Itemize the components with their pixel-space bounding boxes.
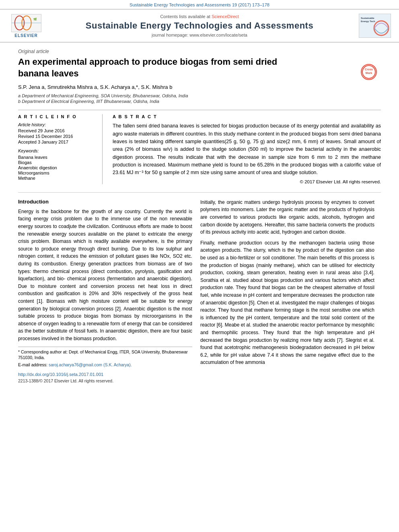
revised-date: Revised 15 December 2016	[18, 134, 96, 139]
authors: S.P. Jena a, Smrutirekha Mishra a, S.K. …	[18, 84, 381, 90]
article-info-column: A R T I C L E I N F O Article history: R…	[18, 114, 103, 184]
article-info-heading: A R T I C L E I N F O	[18, 114, 96, 119]
intro-para-1: Energy is the backbone for the growth of…	[18, 208, 192, 343]
affiliation-1: a Department of Mechanical Engineering, …	[18, 93, 381, 98]
svg-text:Sustainable: Sustainable	[361, 17, 374, 19]
right-para-2: Finally, methane production occurs by th…	[200, 239, 374, 366]
svg-text:Cross: Cross	[365, 68, 373, 71]
affiliation-2: b Department of Electrical Engineering, …	[18, 99, 381, 104]
journal-logo-image: Sustainable Energy Tech	[359, 14, 391, 38]
right-para-1: Initially, the organic matters undergo h…	[200, 199, 374, 236]
introduction-heading: Introduction	[18, 199, 192, 205]
copyright-line: © 2017 Elsevier Ltd. All rights reserved…	[113, 179, 381, 184]
doi-section: http://dx.doi.org/10.1016/j.seta.2017.01…	[18, 372, 192, 384]
abstract-column: A B S T R A C T The fallen semi dried ba…	[111, 114, 381, 184]
abstract-heading: A B S T R A C T	[113, 114, 381, 119]
email-footnote: E-mail address: saroj.acharya76@gmail.co…	[18, 362, 192, 368]
keyword-3: Anaerobic digestion	[18, 165, 96, 170]
page: Sustainable Energy Technologies and Asse…	[0, 0, 399, 532]
journal-ref-bar: Sustainable Energy Technologies and Asse…	[0, 0, 399, 9]
article-info-section: A R T I C L E I N F O Article history: R…	[18, 110, 381, 184]
journal-reference: Sustainable Energy Technologies and Asse…	[130, 2, 269, 7]
svg-text:Energy Tech: Energy Tech	[361, 20, 375, 23]
keywords-section: Keywords: Banana leaves Biogas Anaerobic…	[18, 148, 96, 181]
body-left-column: Introduction Energy is the backbone for …	[18, 199, 192, 384]
journal-title: Sustainable Energy Technologies and Asse…	[54, 21, 345, 31]
email-label: E-mail address:	[18, 362, 47, 367]
abstract-text: The fallen semi dried banana leaves is s…	[113, 122, 381, 177]
article-title: An experimental approach to produce biog…	[18, 56, 300, 79]
right-logo-area: Sustainable Energy Tech	[355, 14, 391, 38]
header-section: 🌿 ELSEVIER Contents lists available at S…	[0, 9, 399, 43]
sciencedirect-text: ScienceDirect	[212, 14, 239, 19]
svg-text:🌿: 🌿	[33, 17, 37, 21]
issn-text: 2213-1388/© 2017 Elsevier Ltd. All right…	[18, 378, 113, 383]
elsevier-logo: 🌿 ELSEVIER	[8, 14, 44, 38]
elsevier-text: ELSEVIER	[14, 33, 37, 38]
corresponding-author: * Corresponding author at: Dept. of Mech…	[18, 349, 192, 361]
sciencedirect-link: Contents lists available at ScienceDirec…	[54, 14, 345, 19]
body-section: Introduction Energy is the backbone for …	[18, 192, 381, 384]
history-label: Article history:	[18, 122, 96, 127]
elsevier-image: 🌿	[11, 14, 41, 32]
footnote-section: * Corresponding author at: Dept. of Mech…	[18, 347, 192, 368]
keyword-1: Banana leaves	[18, 155, 96, 160]
crossmark: Cross Mark	[361, 64, 377, 80]
keywords-label: Keywords:	[18, 148, 96, 153]
affiliations: a Department of Mechanical Engineering, …	[18, 93, 381, 104]
received-date: Received 29 June 2016	[18, 128, 96, 133]
body-right-text: Initially, the organic matters undergo h…	[200, 199, 374, 366]
accepted-date: Accepted 3 January 2017	[18, 140, 96, 144]
article-content: Original article An experimental approac…	[0, 43, 399, 390]
keyword-4: Microorganisms	[18, 170, 96, 175]
crossmark-badge: Cross Mark	[361, 64, 377, 80]
article-history: Article history: Received 29 June 2016 R…	[18, 122, 96, 144]
journal-homepage: journal homepage: www.elsevier.com/locat…	[54, 33, 345, 37]
article-type: Original article	[18, 49, 381, 54]
keyword-5: Methane	[18, 176, 96, 181]
keyword-2: Biogas	[18, 160, 96, 165]
introduction-text: Energy is the backbone for the growth of…	[18, 208, 192, 343]
body-right-column: Initially, the organic matters undergo h…	[200, 199, 374, 384]
email-address: saroj.acharya76@gmail.com (S.K. Acharya)…	[49, 362, 132, 367]
doi-link[interactable]: http://dx.doi.org/10.1016/j.seta.2017.01…	[18, 372, 192, 377]
header-center: Contents lists available at ScienceDirec…	[48, 14, 351, 37]
svg-text:Mark: Mark	[366, 72, 372, 74]
